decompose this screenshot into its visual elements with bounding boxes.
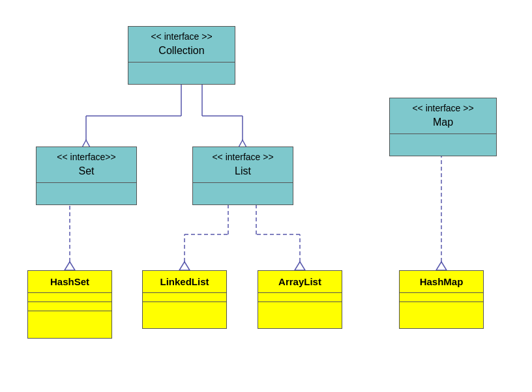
collection-stereotype: << interface >> bbox=[135, 31, 228, 44]
collection-divider bbox=[128, 62, 235, 71]
linkedlist-header: LinkedList bbox=[143, 271, 226, 292]
list-box: << interface >> List bbox=[192, 147, 293, 205]
hashmap-header: HashMap bbox=[400, 271, 483, 292]
set-name: Set bbox=[43, 164, 130, 178]
hashmap-divider2 bbox=[400, 301, 483, 311]
set-box: << interface>> Set bbox=[36, 147, 137, 205]
arraylist-divider1 bbox=[258, 292, 342, 301]
hashset-name: HashSet bbox=[35, 275, 105, 288]
list-name: List bbox=[200, 164, 286, 178]
map-name: Map bbox=[396, 115, 490, 130]
list-divider bbox=[193, 182, 293, 191]
map-header: << interface >> Map bbox=[390, 98, 496, 133]
map-divider bbox=[390, 133, 496, 143]
collection-name: Collection bbox=[135, 44, 228, 58]
arraylist-box: ArrayList bbox=[258, 270, 342, 329]
set-header: << interface>> Set bbox=[37, 147, 136, 182]
hashset-box: HashSet bbox=[27, 270, 112, 339]
linkedlist-divider1 bbox=[143, 292, 226, 301]
svg-marker-15 bbox=[179, 262, 190, 270]
svg-marker-19 bbox=[295, 262, 305, 270]
hashset-divider3 bbox=[28, 311, 111, 320]
linkedlist-divider2 bbox=[143, 301, 226, 311]
arraylist-name: ArrayList bbox=[265, 275, 335, 288]
svg-marker-21 bbox=[436, 262, 447, 270]
hashset-divider2 bbox=[28, 301, 111, 311]
svg-marker-11 bbox=[65, 262, 75, 270]
list-header: << interface >> List bbox=[193, 147, 293, 182]
hashset-divider1 bbox=[28, 292, 111, 301]
arraylist-divider2 bbox=[258, 301, 342, 311]
set-stereotype: << interface>> bbox=[43, 151, 130, 164]
diagram-container: << interface >> Collection << interface … bbox=[0, 0, 532, 392]
set-divider bbox=[37, 182, 136, 191]
linkedlist-name: LinkedList bbox=[149, 275, 220, 288]
list-stereotype: << interface >> bbox=[200, 151, 286, 164]
hashmap-name: HashMap bbox=[406, 275, 477, 288]
hashset-header: HashSet bbox=[28, 271, 111, 292]
collection-header: << interface >> Collection bbox=[128, 27, 235, 62]
map-box: << interface >> Map bbox=[389, 98, 497, 156]
hashmap-divider1 bbox=[400, 292, 483, 301]
arraylist-header: ArrayList bbox=[258, 271, 342, 292]
map-stereotype: << interface >> bbox=[396, 102, 490, 115]
hashmap-box: HashMap bbox=[399, 270, 484, 329]
linkedlist-box: LinkedList bbox=[142, 270, 227, 329]
collection-box: << interface >> Collection bbox=[128, 26, 235, 85]
